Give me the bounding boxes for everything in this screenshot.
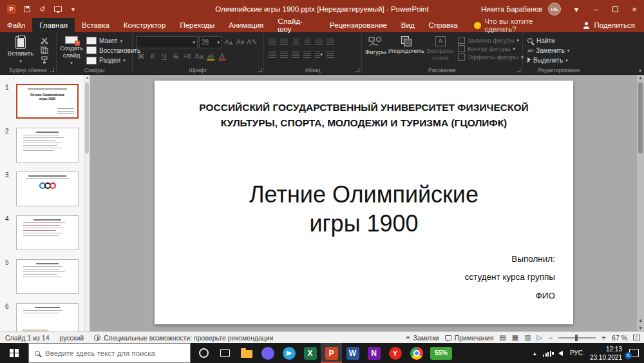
zoom-out-button[interactable]: − <box>548 333 553 342</box>
close-button[interactable]: × <box>625 0 644 18</box>
tab-design[interactable]: Конструктор <box>117 18 173 32</box>
language-switcher[interactable]: РУС <box>570 349 583 357</box>
discord-button[interactable] <box>257 343 278 363</box>
strikethrough-button[interactable]: S <box>171 50 181 61</box>
undo-icon[interactable]: ↺ <box>37 5 47 14</box>
arrange-button[interactable]: Упорядочить <box>388 35 424 65</box>
battery-widget[interactable]: 55% <box>430 347 452 360</box>
slide-sorter-view-icon[interactable]: ▦ <box>512 333 518 342</box>
slideshow-view-icon[interactable]: ▷ <box>537 333 542 342</box>
align-left-button[interactable] <box>267 49 278 60</box>
comments-toggle[interactable]: Примечания <box>445 334 494 342</box>
cut-icon[interactable] <box>40 36 49 45</box>
task-view-button[interactable] <box>214 343 236 363</box>
tab-animations[interactable]: Анимация <box>222 18 270 32</box>
collapse-ribbon-icon[interactable]: ▴ <box>639 67 641 73</box>
word-button[interactable]: W <box>342 343 363 363</box>
telegram-button[interactable] <box>278 343 299 363</box>
zoom-in-button[interactable]: + <box>601 333 606 342</box>
current-slide[interactable]: РОССИЙСКИЙ ГОСУДАРСТВЕННЫЙ УНИВЕРСИТЕТ Ф… <box>155 81 573 324</box>
align-right-button[interactable] <box>290 49 301 60</box>
tab-slideshow[interactable]: Слайд-шоу <box>270 18 323 32</box>
scroll-up-icon[interactable]: ▲ <box>637 75 644 80</box>
fit-to-window-icon[interactable] <box>633 335 640 340</box>
clock[interactable]: 12:13 23.10.2021 <box>590 345 622 362</box>
thumbnail-scrollbar[interactable]: ▲ <box>84 75 90 331</box>
save-icon[interactable] <box>22 5 32 14</box>
slide-thumbnail-2[interactable] <box>16 128 79 162</box>
slideshow-from-start-icon[interactable] <box>53 5 62 14</box>
notes-toggle[interactable]: ≡Заметки <box>406 334 439 342</box>
shapes-button[interactable]: Фигуры <box>365 35 386 65</box>
paste-button[interactable]: Вставить ▾ <box>3 35 38 65</box>
slide-byline-text[interactable]: Выполнил: сстудент курса группы ФИО <box>465 250 555 305</box>
indent-increase-button[interactable] <box>302 36 312 47</box>
tab-insert[interactable]: Вставка <box>75 18 117 32</box>
bold-button[interactable]: Ж <box>136 50 146 61</box>
font-color-button[interactable]: А <box>217 50 227 61</box>
font-size-input[interactable] <box>202 39 217 46</box>
cortana-button[interactable] <box>193 343 214 363</box>
language-indicator[interactable]: русский <box>60 334 84 342</box>
action-center-icon[interactable]: 5 <box>629 349 639 357</box>
taskbar-search[interactable] <box>28 343 191 363</box>
underline-button[interactable]: Ч <box>159 50 169 61</box>
yandex-browser-button[interactable]: Y <box>384 343 406 363</box>
file-explorer-button[interactable] <box>236 343 257 363</box>
chrome-button[interactable] <box>406 343 427 363</box>
paste-dropdown-icon[interactable]: ▾ <box>19 59 22 63</box>
accessibility-checker[interactable]: Специальные возможности: проверьте реком… <box>94 334 273 342</box>
slide-title-text[interactable]: Летние Олимпийские игры 1900 <box>155 180 573 238</box>
minimize-button[interactable]: – <box>586 0 605 18</box>
italic-button[interactable]: К <box>147 50 158 61</box>
font-size-combo[interactable]: ▾ <box>199 36 222 48</box>
share-button[interactable]: Поделиться <box>574 18 644 32</box>
indent-decrease-button[interactable] <box>290 36 301 47</box>
zoom-level[interactable]: 67 % <box>612 334 627 342</box>
shape-outline-button[interactable]: Контур фигуры▾ <box>458 45 524 52</box>
tab-file[interactable]: Файл <box>0 18 32 32</box>
shape-fill-button[interactable]: Заливка фигуры▾ <box>458 37 524 44</box>
clear-formatting-button[interactable]: A✎ <box>247 37 258 48</box>
character-spacing-button[interactable]: АВ <box>182 50 193 61</box>
onenote-button[interactable]: N <box>363 343 384 363</box>
slide-thumbnail-1[interactable]: Летние Олимпийские игры 1900 <box>16 84 79 119</box>
slide-canvas[interactable]: РОССИЙСКИЙ ГОСУДАРСТВЕННЫЙ УНИВЕРСИТЕТ Ф… <box>90 75 644 331</box>
copy-icon[interactable] <box>40 46 49 55</box>
numbering-button[interactable] <box>279 36 289 47</box>
excel-button[interactable]: X <box>299 343 321 363</box>
customize-qat-icon[interactable]: ▾ <box>68 5 78 14</box>
format-painter-icon[interactable] <box>40 55 49 64</box>
zoom-slider-thumb[interactable] <box>575 335 578 341</box>
canvas-scrollbar[interactable]: ▲ ▲ ▼ <box>637 75 644 331</box>
zoom-slider[interactable] <box>558 337 596 338</box>
smartart-convert-button[interactable] <box>325 49 336 60</box>
normal-view-icon[interactable]: ▤ <box>499 333 506 342</box>
slide-counter[interactable]: Слайд 1 из 14 <box>5 334 50 342</box>
ribbon-options-button[interactable]: ▾ <box>567 0 586 18</box>
slide-header-text[interactable]: РОССИЙСКИЙ ГОСУДАРСТВЕННЫЙ УНИВЕРСИТЕТ Ф… <box>184 100 544 131</box>
clipboard-dialog-launcher-icon[interactable] <box>50 68 54 72</box>
paragraph-dialog-launcher-icon[interactable] <box>355 68 359 72</box>
tell-me-box[interactable]: Что вы хотите сделать? <box>465 18 574 32</box>
shape-effects-button[interactable]: Эффекты фигуры▾ <box>458 54 524 61</box>
search-input[interactable] <box>45 349 184 357</box>
tab-transitions[interactable]: Переходы <box>173 18 222 32</box>
shrink-font-button[interactable]: A▾ <box>235 37 245 48</box>
font-dialog-launcher-icon[interactable] <box>258 68 261 72</box>
replace-button[interactable]: abЗаменить▾ <box>526 46 571 55</box>
tray-expand-icon[interactable]: ▴ <box>533 350 536 357</box>
restore-button[interactable] <box>605 0 625 18</box>
network-icon[interactable] <box>543 350 551 357</box>
avatar[interactable]: НБ <box>548 3 561 15</box>
quick-styles-button[interactable]: A Экспресс-стили <box>426 35 455 65</box>
slide-thumbnail-6[interactable] <box>16 303 79 331</box>
change-case-button[interactable]: Аа <box>194 50 204 61</box>
align-center-button[interactable] <box>279 49 289 60</box>
justify-button[interactable] <box>302 49 312 60</box>
start-button[interactable] <box>0 343 28 363</box>
powerpoint-logo-icon[interactable]: P <box>6 5 16 14</box>
scrollbar-thumb[interactable] <box>638 83 643 153</box>
previous-slide-icon[interactable]: ▲ <box>638 318 643 322</box>
scrollbar-thumb[interactable] <box>85 83 89 153</box>
